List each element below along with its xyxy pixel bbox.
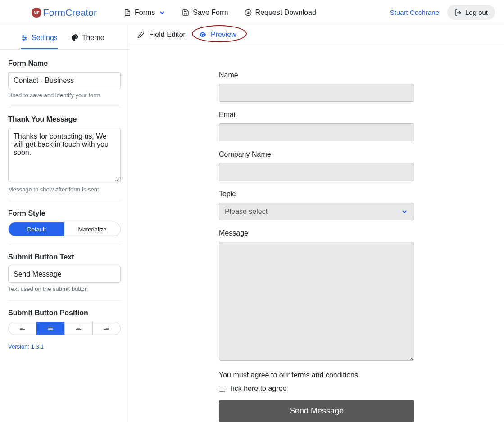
align-left-option[interactable]	[9, 322, 36, 335]
preview-terms-text: You must agree to our terms and conditio…	[219, 371, 414, 379]
preview-name-label: Name	[219, 71, 414, 79]
preview-topic-label: Topic	[219, 190, 414, 198]
submit-position-group: Submit Button Position	[8, 309, 121, 335]
thank-you-helper: Message to show after form is sent	[8, 186, 121, 193]
align-justify-option[interactable]	[36, 322, 64, 335]
form-style-label: Form Style	[8, 209, 121, 218]
form-style-toggle: Default Materialize	[8, 222, 121, 236]
eye-icon	[199, 31, 206, 38]
topbar-actions: Forms Save Form Request Download	[124, 9, 316, 17]
tab-preview-label: Preview	[211, 31, 236, 39]
document-icon	[124, 9, 131, 16]
main-tabs: Field Editor Preview	[129, 25, 504, 44]
submit-text-input[interactable]	[8, 266, 121, 283]
user-link[interactable]: Stuart Cochrane	[390, 9, 439, 16]
thank-you-textarea[interactable]	[8, 128, 121, 182]
preview-company-label: Company Name	[219, 150, 414, 159]
form-name-group: Form Name Used to save and identify your…	[8, 59, 121, 99]
preview-submit-button[interactable]: Send Message	[219, 400, 414, 422]
preview-form: Name Email Company Name Topic Please sel…	[219, 71, 414, 422]
submit-text-label: Submit Button Text	[8, 253, 121, 261]
preview-email-input[interactable]	[219, 123, 414, 141]
logout-label: Log out	[465, 9, 488, 16]
submit-text-helper: Text used on the submit button	[8, 286, 121, 292]
save-form-button[interactable]: Save Form	[182, 9, 228, 17]
request-download-button[interactable]: Request Download	[245, 9, 316, 17]
svg-point-9	[25, 37, 26, 38]
preview-area: Name Email Company Name Topic Please sel…	[129, 44, 504, 422]
main: Field Editor Preview Name Email	[129, 25, 504, 422]
brand-badge: MF	[32, 8, 41, 18]
preview-topic-select[interactable]: Please select	[219, 203, 414, 220]
sidebar-tabs: Settings Theme	[0, 25, 129, 50]
submit-text-group: Submit Button Text Text used on the subm…	[8, 253, 121, 292]
align-center-option[interactable]	[65, 322, 93, 335]
tab-field-editor[interactable]: Field Editor	[137, 30, 186, 44]
edit-icon	[137, 31, 145, 38]
logout-icon	[454, 9, 462, 16]
preview-message-textarea[interactable]	[219, 242, 414, 361]
palette-icon	[71, 34, 78, 41]
form-name-label: Form Name	[8, 59, 121, 68]
preview-company-input[interactable]	[219, 163, 414, 181]
preview-name-input[interactable]	[219, 84, 414, 102]
download-icon	[245, 9, 252, 16]
form-style-group: Form Style Default Materialize	[8, 209, 121, 236]
sidebar: Settings Theme Form Name Used to save an…	[0, 25, 129, 422]
version-text: Version: 1.3.1	[8, 343, 121, 350]
style-materialize-option[interactable]: Materialize	[64, 222, 120, 236]
brand-logo[interactable]: MF FormCreator	[32, 7, 97, 18]
style-default-option[interactable]: Default	[9, 222, 64, 236]
topbar: MF FormCreator Forms Save Form Request D…	[0, 0, 504, 25]
align-right-option[interactable]	[93, 322, 120, 335]
form-name-input[interactable]	[8, 72, 121, 89]
preview-email-label: Email	[219, 111, 414, 119]
svg-point-10	[23, 39, 24, 40]
tab-theme-label: Theme	[82, 34, 104, 42]
logout-button[interactable]: Log out	[447, 5, 495, 20]
svg-point-8	[23, 35, 24, 36]
submit-position-segmented	[8, 322, 121, 335]
brand-name: FormCreator	[43, 7, 97, 18]
thank-you-label: Thank You Message	[8, 115, 121, 123]
sliders-icon	[21, 34, 28, 41]
forms-menu[interactable]: Forms	[124, 9, 166, 17]
submit-position-label: Submit Button Position	[8, 309, 121, 317]
thank-you-group: Thank You Message Message to show after …	[8, 115, 121, 193]
tab-field-editor-label: Field Editor	[149, 31, 186, 39]
tab-settings-label: Settings	[32, 34, 58, 42]
tab-preview[interactable]: Preview	[199, 30, 236, 44]
forms-label: Forms	[135, 9, 155, 17]
tab-theme[interactable]: Theme	[71, 32, 104, 49]
preview-agree-checkbox[interactable]	[219, 386, 225, 392]
save-form-label: Save Form	[193, 9, 228, 17]
preview-message-label: Message	[219, 229, 414, 237]
form-name-helper: Used to save and identify your form	[8, 92, 121, 99]
preview-agree-label: Tick here to agree	[229, 385, 286, 393]
save-icon	[182, 9, 189, 16]
chevron-down-icon	[159, 9, 166, 16]
request-download-label: Request Download	[255, 9, 316, 17]
tab-settings[interactable]: Settings	[21, 32, 58, 49]
